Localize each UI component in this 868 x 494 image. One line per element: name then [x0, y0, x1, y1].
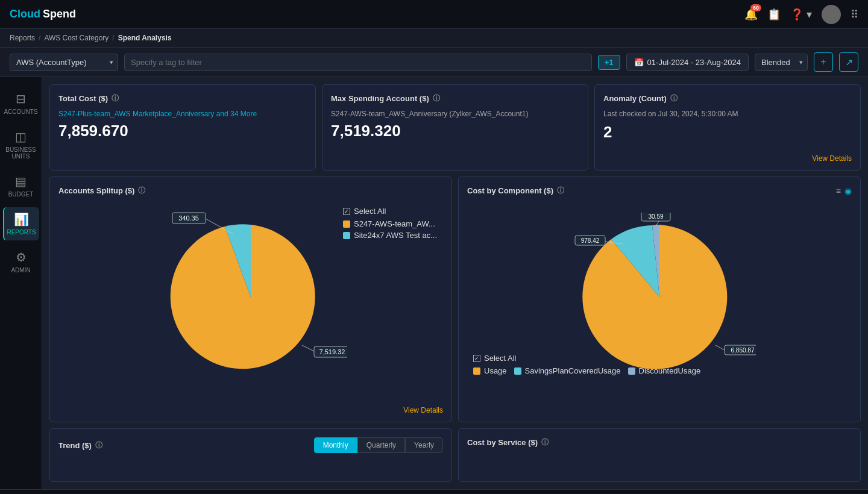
breadcrumb-spend-analysis[interactable]: Spend Analysis [118, 34, 172, 42]
reports-icon: 📊 [14, 212, 29, 227]
trend-title: Trend ($) [58, 441, 92, 450]
total-cost-value: 7,859.670 [58, 122, 307, 140]
sidebar-item-reports[interactable]: 📊 REPORTS [3, 207, 39, 240]
trend-card: Trend ($) ⓘ Monthly Quarterly Yearly [49, 428, 452, 482]
svg-text:340.35: 340.35 [178, 214, 199, 222]
anomaly-count: 2 [603, 123, 852, 142]
total-cost-info-icon[interactable]: ⓘ [112, 93, 119, 104]
cost-by-component-legend: ✓ Select All Usage SavingsPlanCoveredUsa… [473, 354, 700, 375]
breadcrumb: Reports / AWS Cost Category / Spend Anal… [0, 29, 868, 48]
cost-by-service-card: Cost by Service ($) ⓘ [458, 428, 861, 482]
blended-select[interactable]: Blended [755, 54, 808, 71]
component-legend-select-all: Select All [484, 354, 516, 363]
notification-bell-icon[interactable]: 🔔 60 [744, 8, 758, 21]
sidebar-label-admin: ADMIN [11, 267, 30, 274]
date-range-label: 01-Jul-2024 - 23-Aug-2024 [647, 58, 741, 67]
breadcrumb-aws-cost[interactable]: AWS Cost Category [44, 34, 108, 42]
max-spending-card: Max Spending Account ($) ⓘ S247-AWS-team… [322, 84, 588, 170]
accounts-splitup-legend: ✓ Select All S247-AWS-team_AW... Site24x… [343, 207, 437, 240]
period-tab-yearly[interactable]: Yearly [405, 437, 443, 453]
sidebar-item-budget[interactable]: ▤ BUDGET [3, 169, 39, 202]
legend-savings: SavingsPlanCoveredUsage [525, 366, 621, 375]
svg-text:30.59: 30.59 [648, 213, 663, 220]
anomaly-view-details[interactable]: View Details [812, 154, 852, 163]
bottom-row: Trend ($) ⓘ Monthly Quarterly Yearly Cos… [49, 428, 861, 482]
main-layout: ⊟ ACCOUNTS ◫ BUSINESS UNITS ▤ BUDGET 📊 R… [0, 77, 868, 489]
accounts-icon: ⊟ [16, 92, 26, 106]
add-filter-button[interactable]: + [814, 52, 833, 72]
sidebar-label-budget: BUDGET [8, 191, 34, 198]
max-spending-info-icon[interactable]: ⓘ [433, 93, 440, 104]
period-tab-monthly[interactable]: Monthly [314, 437, 357, 453]
pie-view-icon[interactable]: ◉ [844, 186, 852, 196]
content: Total Cost ($) ⓘ S247-Plus-team_AWS Mark… [42, 77, 868, 489]
svg-text:6,850.87: 6,850.87 [731, 347, 755, 354]
sidebar-label-accounts: ACCOUNTS [4, 108, 37, 115]
accounts-splitup-chart: 340.35 7,519.32 ✓ Select All [58, 201, 443, 393]
sidebar-label-business-units: BUSINESS UNITS [5, 146, 36, 160]
calendar-icon: 📅 [634, 58, 644, 67]
sidebar-item-admin[interactable]: ⚙ ADMIN [3, 245, 39, 278]
list-view-icon[interactable]: ≡ [836, 186, 841, 196]
anomaly-title: Anomaly (Count) [603, 94, 667, 103]
anomaly-card: Anomaly (Count) ⓘ Last checked on Jul 30… [594, 84, 861, 170]
discounted-legend-dot [628, 367, 635, 375]
logo-spend: Spend [43, 8, 76, 20]
usage-legend-dot [473, 367, 480, 375]
share-button[interactable]: ↗ [839, 52, 858, 72]
budget-icon: ▤ [15, 174, 27, 189]
breadcrumb-reports[interactable]: Reports [10, 34, 35, 42]
anomaly-last-checked: Last checked on Jul 30, 2024, 5:30:00 AM [603, 110, 852, 118]
legend-select-all: Select All [354, 207, 386, 216]
nav-right: 🔔 60 📋 ❓ ▾ ⠿ [744, 5, 858, 24]
filter-bar: AWS (AccountType) +1 📅 01-Jul-2024 - 23-… [0, 48, 868, 77]
sidebar-item-accounts[interactable]: ⊟ ACCOUNTS [3, 87, 39, 120]
sidebar-item-business-units[interactable]: ◫ BUSINESS UNITS [3, 125, 39, 164]
legend-usage: Usage [484, 366, 507, 375]
max-spending-account: S247-AWS-team_AWS_Anniversary (Zylker_AW… [331, 110, 579, 118]
total-cost-title: Total Cost ($) [58, 94, 108, 103]
legend-item2: Site24x7 AWS Test ac... [354, 231, 437, 240]
cards-row: Total Cost ($) ⓘ S247-Plus-team_AWS Mark… [49, 84, 861, 170]
task-icon[interactable]: 📋 [767, 8, 781, 21]
accounts-splitup-card: Accounts Splitup ($) ⓘ 340.35 [49, 177, 452, 422]
blended-select-wrap: Blended [755, 54, 808, 71]
period-tabs: Monthly Quarterly Yearly [314, 437, 443, 453]
total-cost-card: Total Cost ($) ⓘ S247-Plus-team_AWS Mark… [49, 84, 316, 170]
max-spending-title: Max Spending Account ($) [331, 94, 429, 103]
total-cost-accounts: S247-Plus-team_AWS Marketplace_Anniversa… [58, 110, 307, 118]
svg-text:7,519.32: 7,519.32 [319, 348, 345, 355]
help-icon[interactable]: ❓ ▾ [790, 8, 812, 21]
logo: CloudSpend [10, 8, 76, 20]
logo-cloud: Cloud [10, 8, 40, 20]
anomaly-info-icon[interactable]: ⓘ [670, 93, 678, 104]
cost-by-service-info-icon[interactable]: ⓘ [541, 437, 549, 448]
period-tab-quarterly[interactable]: Quarterly [357, 437, 405, 453]
legend-discounted: DiscountedUsage [639, 366, 701, 375]
apps-grid-icon[interactable]: ⠿ [851, 8, 858, 21]
accounts-splitup-view-details[interactable]: View Details [403, 406, 443, 414]
max-spending-value: 7,519.320 [331, 122, 579, 140]
charts-row: Accounts Splitup ($) ⓘ 340.35 [49, 177, 861, 422]
avatar[interactable] [822, 5, 841, 24]
account-type-select[interactable]: AWS (AccountType) [10, 54, 118, 71]
status-bar: 11:35 AM [0, 489, 868, 494]
top-nav: CloudSpend 🔔 60 📋 ❓ ▾ ⠿ [0, 0, 868, 29]
cost-by-component-card: Cost by Component ($) ⓘ ≡ ◉ [458, 177, 861, 422]
svg-line-3 [302, 345, 314, 351]
savings-legend-dot [514, 367, 521, 375]
account-type-select-wrap: AWS (AccountType) [10, 54, 118, 71]
tag-count-badge[interactable]: +1 [598, 55, 620, 70]
cost-by-component-chart: 30.59 978.42 6,850.87 ✓ [467, 201, 852, 393]
svg-line-12 [715, 345, 725, 350]
accounts-splitup-svg: 340.35 7,519.32 [154, 207, 347, 387]
cost-by-component-title: Cost by Component ($) [467, 186, 553, 195]
legend-item1: S247-AWS-team_AW... [354, 219, 435, 228]
date-range-button[interactable]: 📅 01-Jul-2024 - 23-Aug-2024 [626, 54, 749, 71]
accounts-splitup-info-icon[interactable]: ⓘ [138, 186, 145, 196]
business-units-icon: ◫ [15, 130, 27, 144]
cost-by-component-info-icon[interactable]: ⓘ [557, 186, 564, 196]
tag-filter-input[interactable] [124, 54, 592, 71]
notification-badge: 60 [750, 4, 761, 11]
trend-info-icon[interactable]: ⓘ [95, 440, 102, 451]
